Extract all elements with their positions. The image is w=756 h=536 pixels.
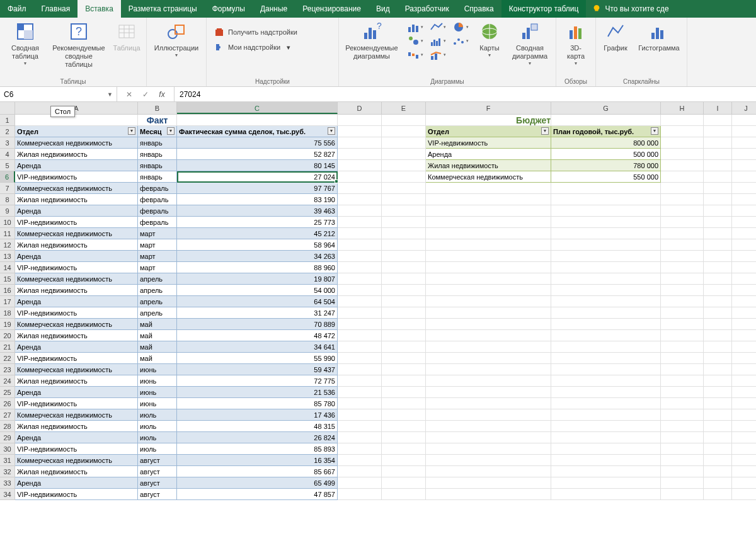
cell-I30[interactable] (704, 443, 732, 455)
row-header-22[interactable]: 22 (0, 353, 15, 364)
cell-F34[interactable] (426, 489, 551, 500)
cell-I32[interactable] (704, 466, 732, 477)
cell-I33[interactable] (704, 477, 732, 489)
cell-H18[interactable] (661, 307, 704, 319)
cell-H8[interactable] (661, 194, 704, 205)
cell-D22[interactable] (338, 353, 382, 364)
3d-map-button[interactable]: 3D- карта▾ (560, 20, 592, 67)
cell-D16[interactable] (338, 285, 382, 296)
cell-H27[interactable] (661, 409, 704, 421)
cell-B5[interactable]: январь (138, 160, 177, 171)
cell-A10[interactable]: VIP-недвижимость (15, 217, 138, 228)
row-header-29[interactable]: 29 (0, 432, 15, 443)
cell-C3[interactable]: 75 556 (177, 137, 338, 149)
cell-G15[interactable] (551, 273, 661, 285)
cell-D9[interactable] (338, 205, 382, 217)
cell-I3[interactable] (704, 137, 732, 149)
cell-D33[interactable] (338, 477, 382, 489)
cell-F5[interactable]: Жилая недвижимость (426, 160, 551, 171)
cell-H15[interactable] (661, 273, 704, 285)
cell-C28[interactable]: 48 315 (177, 421, 338, 432)
cell-B22[interactable]: май (138, 353, 177, 364)
cell-E2[interactable] (382, 126, 426, 137)
cell-D30[interactable] (338, 443, 382, 455)
row-header-5[interactable]: 5 (0, 160, 15, 171)
cell-J28[interactable] (732, 421, 756, 432)
cell-I1[interactable] (704, 115, 732, 126)
cell-J12[interactable] (732, 239, 756, 251)
cell-A19[interactable]: Коммерческая недвижимость (15, 319, 138, 330)
cell-H24[interactable] (661, 375, 704, 387)
ribbon-tab-1[interactable]: Главная (34, 0, 78, 18)
cell-D4[interactable] (338, 149, 382, 160)
cell-A26[interactable]: VIP-недвижимость (15, 398, 138, 409)
cell-B31[interactable]: август (138, 455, 177, 466)
cell-B21[interactable]: май (138, 341, 177, 353)
column-header-J[interactable]: J (732, 102, 756, 114)
cell-D31[interactable] (338, 455, 382, 466)
cell-D6[interactable] (338, 171, 382, 183)
cell-B8[interactable]: февраль (138, 194, 177, 205)
cell-D13[interactable] (338, 251, 382, 262)
cell-B25[interactable]: июнь (138, 387, 177, 398)
cell-D21[interactable] (338, 341, 382, 353)
cell-C30[interactable]: 85 893 (177, 443, 338, 455)
row-header-13[interactable]: 13 (0, 251, 15, 262)
cell-G24[interactable] (551, 375, 661, 387)
cell-A16[interactable]: Жилая недвижимость (15, 285, 138, 296)
cell-E31[interactable] (382, 455, 426, 466)
cell-B9[interactable]: февраль (138, 205, 177, 217)
recommended-charts-button[interactable]: ? Рекомендуемые диаграммы (343, 20, 401, 62)
cell-I24[interactable] (704, 375, 732, 387)
cell-I4[interactable] (704, 149, 732, 160)
pivot-chart-button[interactable]: Сводная диаграмма▾ (508, 20, 552, 67)
combo-chart-button[interactable]: ▾ (427, 48, 449, 62)
cell-G23[interactable] (551, 364, 661, 375)
cell-E1[interactable] (382, 115, 426, 126)
row-header-26[interactable]: 26 (0, 398, 15, 409)
ribbon-tab-9[interactable]: Справка (457, 0, 501, 18)
cell-F32[interactable] (426, 466, 551, 477)
cell-I9[interactable] (704, 205, 732, 217)
cell-C6[interactable]: 27 024 (177, 171, 338, 183)
row-header-21[interactable]: 21 (0, 341, 15, 353)
cell-C34[interactable]: 47 857 (177, 489, 338, 500)
cell-B19[interactable]: май (138, 319, 177, 330)
tell-me-search[interactable]: Что вы хотите сде (586, 0, 675, 18)
cell-B20[interactable]: май (138, 330, 177, 341)
cell-G32[interactable] (551, 466, 661, 477)
cell-E11[interactable] (382, 228, 426, 239)
cell-J17[interactable] (732, 296, 756, 307)
cell-E33[interactable] (382, 477, 426, 489)
cell-G31[interactable] (551, 455, 661, 466)
cell-C8[interactable]: 83 190 (177, 194, 338, 205)
cell-A33[interactable]: Аренда (15, 477, 138, 489)
cell-J11[interactable] (732, 228, 756, 239)
column-header-H[interactable]: H (661, 102, 704, 114)
scatter-chart-button[interactable]: ▾ (450, 34, 471, 48)
cell-E12[interactable] (382, 239, 426, 251)
cell-D11[interactable] (338, 228, 382, 239)
cell-F17[interactable] (426, 296, 551, 307)
cell-B32[interactable]: август (138, 466, 177, 477)
cell-I14[interactable] (704, 262, 732, 273)
recommended-pivot-button[interactable]: ? Рекомендуемые сводные таблицы (50, 20, 107, 71)
statistic-chart-button[interactable]: ▾ (427, 34, 449, 48)
cell-B26[interactable]: июнь (138, 398, 177, 409)
cell-A34[interactable]: VIP-недвижимость (15, 489, 138, 500)
my-addins-button[interactable]: Мои надстройки ▾ (210, 40, 335, 54)
row-header-19[interactable]: 19 (0, 319, 15, 330)
row-header-30[interactable]: 30 (0, 443, 15, 455)
ribbon-tab-5[interactable]: Данные (253, 0, 295, 18)
cell-H28[interactable] (661, 421, 704, 432)
column-header-I[interactable]: I (704, 102, 732, 114)
cell-E34[interactable] (382, 489, 426, 500)
cell-H13[interactable] (661, 251, 704, 262)
cell-B6[interactable]: январь (138, 171, 177, 183)
formula-input[interactable] (175, 87, 756, 101)
cell-J14[interactable] (732, 262, 756, 273)
cell-G7[interactable] (551, 183, 661, 194)
cells-area[interactable]: ФактБюджетОтдел▼Месяц▼Фактическая сумма … (15, 115, 756, 500)
column-header-E[interactable]: E (382, 102, 426, 114)
cell-E30[interactable] (382, 443, 426, 455)
